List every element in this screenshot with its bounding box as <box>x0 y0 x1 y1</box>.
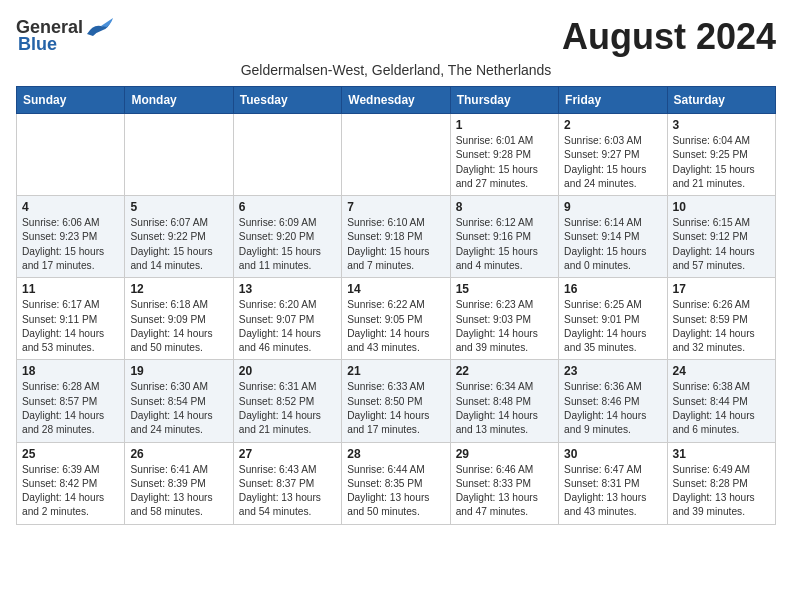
calendar-cell <box>342 114 450 196</box>
day-number: 27 <box>239 447 336 461</box>
calendar-cell <box>233 114 341 196</box>
day-number: 16 <box>564 282 661 296</box>
day-info: Sunrise: 6:47 AMSunset: 8:31 PMDaylight:… <box>564 463 661 520</box>
weekday-header-row: SundayMondayTuesdayWednesdayThursdayFrid… <box>17 87 776 114</box>
day-number: 23 <box>564 364 661 378</box>
calendar-table: SundayMondayTuesdayWednesdayThursdayFrid… <box>16 86 776 525</box>
day-number: 28 <box>347 447 444 461</box>
day-number: 15 <box>456 282 553 296</box>
day-info: Sunrise: 6:23 AMSunset: 9:03 PMDaylight:… <box>456 298 553 355</box>
day-number: 25 <box>22 447 119 461</box>
day-info: Sunrise: 6:15 AMSunset: 9:12 PMDaylight:… <box>673 216 770 273</box>
day-info: Sunrise: 6:14 AMSunset: 9:14 PMDaylight:… <box>564 216 661 273</box>
day-number: 26 <box>130 447 227 461</box>
calendar-cell <box>17 114 125 196</box>
logo-blue: Blue <box>18 34 57 55</box>
day-number: 6 <box>239 200 336 214</box>
day-number: 29 <box>456 447 553 461</box>
calendar-cell: 5Sunrise: 6:07 AMSunset: 9:22 PMDaylight… <box>125 196 233 278</box>
day-info: Sunrise: 6:43 AMSunset: 8:37 PMDaylight:… <box>239 463 336 520</box>
calendar-cell <box>125 114 233 196</box>
calendar-cell: 25Sunrise: 6:39 AMSunset: 8:42 PMDayligh… <box>17 442 125 524</box>
day-number: 10 <box>673 200 770 214</box>
day-info: Sunrise: 6:04 AMSunset: 9:25 PMDaylight:… <box>673 134 770 191</box>
calendar-cell: 24Sunrise: 6:38 AMSunset: 8:44 PMDayligh… <box>667 360 775 442</box>
day-number: 12 <box>130 282 227 296</box>
day-info: Sunrise: 6:30 AMSunset: 8:54 PMDaylight:… <box>130 380 227 437</box>
weekday-header-thursday: Thursday <box>450 87 558 114</box>
subtitle: Geldermalsen-West, Gelderland, The Nethe… <box>16 62 776 78</box>
weekday-header-saturday: Saturday <box>667 87 775 114</box>
calendar-cell: 4Sunrise: 6:06 AMSunset: 9:23 PMDaylight… <box>17 196 125 278</box>
calendar-week-4: 18Sunrise: 6:28 AMSunset: 8:57 PMDayligh… <box>17 360 776 442</box>
day-info: Sunrise: 6:38 AMSunset: 8:44 PMDaylight:… <box>673 380 770 437</box>
calendar-cell: 18Sunrise: 6:28 AMSunset: 8:57 PMDayligh… <box>17 360 125 442</box>
calendar-week-3: 11Sunrise: 6:17 AMSunset: 9:11 PMDayligh… <box>17 278 776 360</box>
calendar-cell: 6Sunrise: 6:09 AMSunset: 9:20 PMDaylight… <box>233 196 341 278</box>
day-info: Sunrise: 6:10 AMSunset: 9:18 PMDaylight:… <box>347 216 444 273</box>
day-info: Sunrise: 6:18 AMSunset: 9:09 PMDaylight:… <box>130 298 227 355</box>
calendar-cell: 12Sunrise: 6:18 AMSunset: 9:09 PMDayligh… <box>125 278 233 360</box>
day-info: Sunrise: 6:34 AMSunset: 8:48 PMDaylight:… <box>456 380 553 437</box>
weekday-header-friday: Friday <box>559 87 667 114</box>
day-number: 7 <box>347 200 444 214</box>
day-number: 4 <box>22 200 119 214</box>
calendar-cell: 16Sunrise: 6:25 AMSunset: 9:01 PMDayligh… <box>559 278 667 360</box>
day-number: 5 <box>130 200 227 214</box>
calendar-cell: 23Sunrise: 6:36 AMSunset: 8:46 PMDayligh… <box>559 360 667 442</box>
calendar-cell: 10Sunrise: 6:15 AMSunset: 9:12 PMDayligh… <box>667 196 775 278</box>
day-info: Sunrise: 6:44 AMSunset: 8:35 PMDaylight:… <box>347 463 444 520</box>
day-info: Sunrise: 6:25 AMSunset: 9:01 PMDaylight:… <box>564 298 661 355</box>
header: General Blue August 2024 <box>16 16 776 58</box>
calendar-cell: 19Sunrise: 6:30 AMSunset: 8:54 PMDayligh… <box>125 360 233 442</box>
day-info: Sunrise: 6:22 AMSunset: 9:05 PMDaylight:… <box>347 298 444 355</box>
weekday-header-tuesday: Tuesday <box>233 87 341 114</box>
day-info: Sunrise: 6:31 AMSunset: 8:52 PMDaylight:… <box>239 380 336 437</box>
calendar-cell: 26Sunrise: 6:41 AMSunset: 8:39 PMDayligh… <box>125 442 233 524</box>
calendar-cell: 31Sunrise: 6:49 AMSunset: 8:28 PMDayligh… <box>667 442 775 524</box>
day-number: 24 <box>673 364 770 378</box>
page-container: General Blue August 2024 Geldermalsen-We… <box>16 16 776 525</box>
logo: General Blue <box>16 16 113 55</box>
day-number: 20 <box>239 364 336 378</box>
calendar-cell: 20Sunrise: 6:31 AMSunset: 8:52 PMDayligh… <box>233 360 341 442</box>
day-number: 3 <box>673 118 770 132</box>
calendar-week-2: 4Sunrise: 6:06 AMSunset: 9:23 PMDaylight… <box>17 196 776 278</box>
calendar-cell: 14Sunrise: 6:22 AMSunset: 9:05 PMDayligh… <box>342 278 450 360</box>
title-month: August 2024 <box>562 16 776 58</box>
calendar-cell: 15Sunrise: 6:23 AMSunset: 9:03 PMDayligh… <box>450 278 558 360</box>
day-info: Sunrise: 6:01 AMSunset: 9:28 PMDaylight:… <box>456 134 553 191</box>
calendar-week-5: 25Sunrise: 6:39 AMSunset: 8:42 PMDayligh… <box>17 442 776 524</box>
day-number: 31 <box>673 447 770 461</box>
day-number: 11 <box>22 282 119 296</box>
day-info: Sunrise: 6:41 AMSunset: 8:39 PMDaylight:… <box>130 463 227 520</box>
calendar-cell: 30Sunrise: 6:47 AMSunset: 8:31 PMDayligh… <box>559 442 667 524</box>
day-info: Sunrise: 6:07 AMSunset: 9:22 PMDaylight:… <box>130 216 227 273</box>
day-number: 13 <box>239 282 336 296</box>
day-info: Sunrise: 6:33 AMSunset: 8:50 PMDaylight:… <box>347 380 444 437</box>
day-info: Sunrise: 6:26 AMSunset: 8:59 PMDaylight:… <box>673 298 770 355</box>
calendar-cell: 13Sunrise: 6:20 AMSunset: 9:07 PMDayligh… <box>233 278 341 360</box>
logo-bird-icon <box>85 16 113 38</box>
day-info: Sunrise: 6:06 AMSunset: 9:23 PMDaylight:… <box>22 216 119 273</box>
calendar-cell: 9Sunrise: 6:14 AMSunset: 9:14 PMDaylight… <box>559 196 667 278</box>
day-info: Sunrise: 6:49 AMSunset: 8:28 PMDaylight:… <box>673 463 770 520</box>
calendar-cell: 11Sunrise: 6:17 AMSunset: 9:11 PMDayligh… <box>17 278 125 360</box>
calendar-cell: 21Sunrise: 6:33 AMSunset: 8:50 PMDayligh… <box>342 360 450 442</box>
weekday-header-sunday: Sunday <box>17 87 125 114</box>
calendar-cell: 22Sunrise: 6:34 AMSunset: 8:48 PMDayligh… <box>450 360 558 442</box>
day-info: Sunrise: 6:46 AMSunset: 8:33 PMDaylight:… <box>456 463 553 520</box>
day-info: Sunrise: 6:03 AMSunset: 9:27 PMDaylight:… <box>564 134 661 191</box>
calendar-cell: 1Sunrise: 6:01 AMSunset: 9:28 PMDaylight… <box>450 114 558 196</box>
day-number: 2 <box>564 118 661 132</box>
day-info: Sunrise: 6:17 AMSunset: 9:11 PMDaylight:… <box>22 298 119 355</box>
calendar-cell: 28Sunrise: 6:44 AMSunset: 8:35 PMDayligh… <box>342 442 450 524</box>
day-number: 18 <box>22 364 119 378</box>
day-info: Sunrise: 6:12 AMSunset: 9:16 PMDaylight:… <box>456 216 553 273</box>
day-number: 8 <box>456 200 553 214</box>
day-number: 9 <box>564 200 661 214</box>
day-number: 30 <box>564 447 661 461</box>
day-number: 14 <box>347 282 444 296</box>
day-info: Sunrise: 6:39 AMSunset: 8:42 PMDaylight:… <box>22 463 119 520</box>
weekday-header-monday: Monday <box>125 87 233 114</box>
